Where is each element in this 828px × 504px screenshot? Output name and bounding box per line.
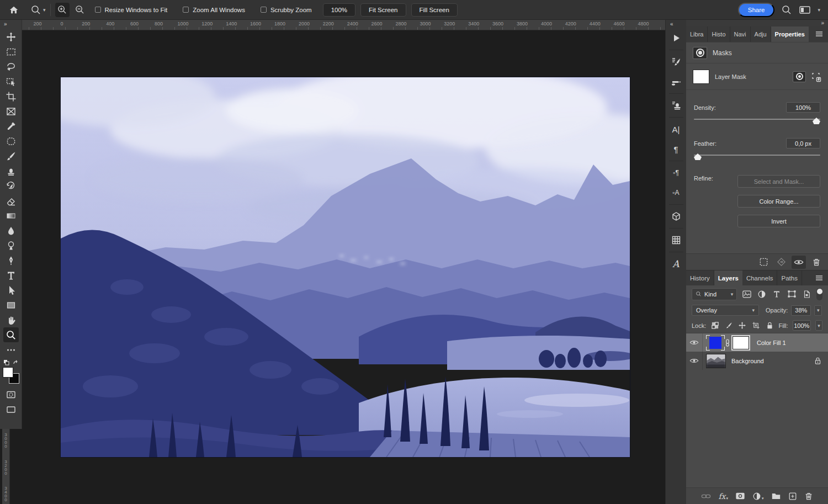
eraser-tool[interactable]	[3, 193, 19, 208]
home-button[interactable]	[7, 3, 21, 17]
brush-settings-panel-button[interactable]	[667, 52, 686, 72]
crop-tool[interactable]	[3, 89, 19, 104]
zoom-tool[interactable]	[3, 327, 19, 342]
character-panel-button[interactable]: A|	[667, 119, 686, 139]
filter-kind-select[interactable]: Kind ▾	[692, 288, 737, 300]
fill-chevron-button[interactable]: ▾	[815, 320, 822, 331]
lock-pixels-button[interactable]	[724, 321, 734, 331]
layers-panel-menu-button[interactable]	[810, 270, 828, 285]
filter-adjustment-layers-button[interactable]	[756, 289, 767, 300]
mask-visibility-button[interactable]	[792, 256, 806, 269]
layer-row-color-fill[interactable]: Color Fill 1	[686, 333, 828, 352]
filter-smart-objects-button[interactable]	[802, 289, 813, 300]
layer-mask-thumbnail[interactable]	[693, 70, 709, 84]
workspace-icon[interactable]	[799, 5, 811, 15]
brush-tool[interactable]	[3, 148, 19, 163]
fit-screen-button[interactable]: Fit Screen	[360, 3, 406, 17]
rectangle-shape-tool[interactable]	[3, 298, 19, 312]
tab-properties[interactable]: Properties	[771, 26, 809, 42]
scrubby-zoom-checkbox[interactable]: Scrubby Zoom	[261, 7, 312, 13]
materials-panel-button[interactable]	[667, 206, 686, 226]
delete-layer-button[interactable]	[804, 491, 813, 501]
zoom-out-button[interactable]	[73, 3, 87, 17]
feather-value[interactable]: 0,0 px	[786, 138, 820, 148]
lock-artboard-button[interactable]	[751, 321, 761, 331]
eyedropper-tool[interactable]	[3, 119, 19, 134]
tab-adjustments[interactable]: Adju	[751, 26, 771, 42]
layer-visibility-toggle[interactable]	[686, 333, 703, 352]
frame-tool[interactable]	[3, 104, 19, 119]
dock-collapse-control[interactable]: «	[666, 20, 686, 28]
path-selection-tool[interactable]	[3, 283, 19, 298]
apply-mask-button[interactable]	[774, 256, 788, 269]
add-layer-mask-button[interactable]	[735, 492, 745, 500]
move-tool[interactable]	[3, 29, 19, 44]
lock-all-button[interactable]	[765, 321, 774, 331]
hand-tool[interactable]	[3, 312, 19, 327]
object-selection-tool[interactable]	[3, 74, 19, 89]
blend-mode-select[interactable]: Overlay ▾	[692, 305, 759, 316]
character-styles-panel-button[interactable]: ▫A	[667, 183, 686, 203]
select-and-mask-button[interactable]: Select and Mask...	[737, 175, 820, 188]
foreground-background-swatches[interactable]	[3, 367, 19, 384]
tab-channels[interactable]: Channels	[742, 270, 778, 285]
density-slider[interactable]	[694, 117, 820, 125]
invert-button[interactable]: Invert	[737, 215, 820, 227]
add-vector-mask-icon[interactable]	[810, 71, 821, 82]
fill-layer-thumbnail[interactable]	[706, 335, 725, 351]
filter-toggle-switch[interactable]	[816, 288, 822, 300]
search-icon[interactable]	[781, 4, 792, 15]
actions-panel-button[interactable]	[667, 28, 686, 48]
default-and-swap-colors[interactable]	[3, 359, 19, 367]
healing-brush-tool[interactable]	[3, 134, 19, 148]
density-value[interactable]: 100%	[786, 102, 820, 113]
glyphs-panel-button[interactable]: A	[667, 254, 686, 274]
workspace-chevron-icon[interactable]: ▾	[818, 7, 820, 13]
rectangular-marquee-tool[interactable]	[3, 44, 19, 59]
tab-history[interactable]: History	[686, 270, 714, 285]
layer-mask-thumbnail[interactable]	[733, 336, 749, 349]
paragraph-panel-button[interactable]: ¶	[667, 139, 686, 159]
foreground-color-swatch[interactable]	[3, 367, 13, 378]
type-tool[interactable]	[3, 268, 19, 283]
brushes-panel-button[interactable]	[667, 72, 686, 92]
lasso-tool[interactable]	[3, 59, 19, 74]
panel-menu-button[interactable]	[810, 26, 828, 42]
fill-value[interactable]: 100%	[793, 320, 811, 331]
layer-effects-button[interactable]: fx▾	[718, 492, 728, 501]
zoom-tool-preset[interactable]	[29, 3, 43, 17]
zoom-all-windows-checkbox[interactable]: Zoom All Windows	[183, 7, 245, 13]
tab-navigator[interactable]: Navi	[730, 26, 751, 42]
tab-layers[interactable]: Layers	[714, 270, 742, 285]
delete-mask-button[interactable]	[809, 256, 824, 269]
select-pixel-mask-button[interactable]	[793, 71, 806, 82]
history-brush-tool[interactable]	[3, 178, 19, 193]
resize-windows-checkbox[interactable]: Resize Windows to Fit	[95, 7, 168, 13]
pen-tool[interactable]	[3, 253, 19, 268]
blur-tool[interactable]	[3, 223, 19, 238]
feather-slider[interactable]	[694, 153, 820, 161]
layer-visibility-toggle[interactable]	[686, 352, 703, 370]
mask-link-icon[interactable]	[725, 338, 730, 347]
zoom-100-button[interactable]: 100%	[323, 3, 355, 17]
background-layer-thumbnail[interactable]	[706, 354, 726, 368]
document-canvas-image[interactable]	[61, 77, 630, 457]
fill-screen-button[interactable]: Fill Screen	[411, 3, 458, 17]
share-button[interactable]: Share	[738, 3, 775, 17]
dock-expand-control[interactable]: »	[686, 20, 828, 26]
lock-position-button[interactable]	[738, 321, 747, 331]
paragraph-styles-panel-button[interactable]: ▫¶	[667, 163, 686, 183]
patterns-panel-button[interactable]	[667, 230, 686, 250]
layer-row-background[interactable]: Background	[686, 352, 828, 370]
more-tools-button[interactable]	[3, 342, 19, 357]
tool-preset-chevron-icon[interactable]: ▾	[43, 7, 46, 13]
quick-mask-button[interactable]	[3, 387, 19, 402]
clone-source-panel-button[interactable]	[667, 96, 686, 115]
toolbar-expand-control[interactable]: »	[0, 20, 17, 30]
tab-libraries[interactable]: Libra	[686, 26, 708, 42]
load-selection-button[interactable]	[756, 256, 771, 269]
clone-stamp-tool[interactable]	[3, 163, 19, 178]
zoom-in-button[interactable]	[55, 3, 70, 17]
filter-pixel-layers-button[interactable]	[741, 289, 752, 300]
opacity-value[interactable]: 38%	[791, 305, 811, 316]
